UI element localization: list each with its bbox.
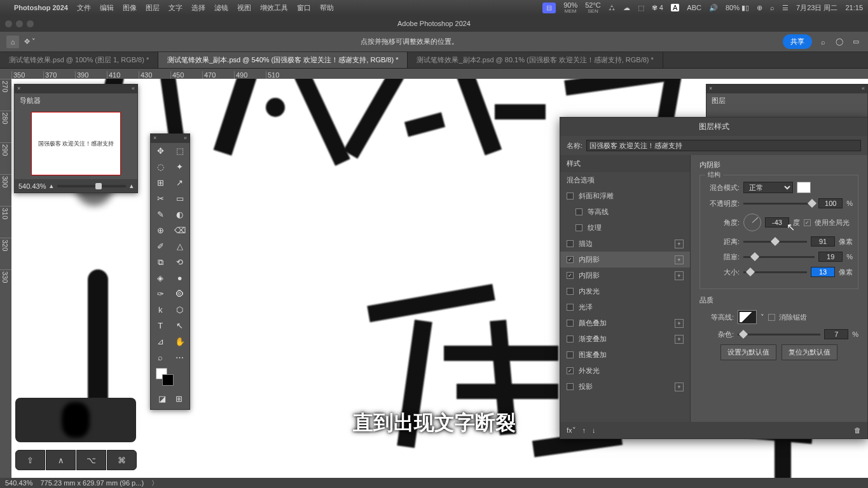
menu-select[interactable]: 选择 bbox=[191, 3, 205, 13]
collapse-icon[interactable]: « bbox=[132, 85, 135, 92]
color-swatch[interactable] bbox=[797, 182, 811, 193]
menu-view[interactable]: 视图 bbox=[237, 3, 251, 13]
up-icon[interactable]: ↑ bbox=[582, 426, 586, 434]
tool-10[interactable]: ⊕ bbox=[151, 222, 170, 238]
quickmask-icon[interactable]: ◪ bbox=[158, 391, 166, 407]
tool-14[interactable]: ⧉ bbox=[151, 254, 170, 270]
effect-checkbox[interactable] bbox=[567, 367, 574, 374]
workspace-icon[interactable]: ▭ bbox=[850, 36, 862, 48]
panel-header[interactable]: ×« bbox=[706, 85, 867, 93]
effect-checkbox[interactable] bbox=[567, 320, 574, 327]
zoom-out-icon[interactable]: ▴ bbox=[50, 182, 53, 190]
zoom-in-icon[interactable]: ▴ bbox=[130, 182, 134, 190]
volume-icon[interactable]: 🔊 bbox=[709, 4, 718, 12]
tab-doc2[interactable]: 测试笔锋效果_副本.psd @ 540% (国强极客 欢迎关注！感谢支持, RG… bbox=[158, 52, 408, 68]
close-icon[interactable]: × bbox=[709, 85, 712, 92]
tool-15[interactable]: ⟲ bbox=[170, 254, 190, 270]
effect-checkbox[interactable] bbox=[567, 383, 574, 390]
tool-11[interactable]: ⌫ bbox=[170, 222, 190, 238]
noise-input[interactable] bbox=[824, 329, 848, 339]
tab-doc3[interactable]: 测试笔锋效果_副本2.psd @ 80.1% (国强极客 欢迎关注！感谢支持, … bbox=[408, 52, 663, 68]
status-zoom[interactable]: 540.43% bbox=[5, 479, 32, 487]
noise-slider[interactable] bbox=[738, 334, 820, 336]
add-effect-icon[interactable]: + bbox=[675, 240, 684, 248]
angle-input[interactable] bbox=[765, 217, 789, 227]
search-icon[interactable]: ⌕ bbox=[770, 4, 775, 11]
distance-slider[interactable] bbox=[743, 241, 807, 243]
tool-9[interactable]: ◐ bbox=[170, 207, 190, 222]
add-effect-icon[interactable]: + bbox=[675, 383, 684, 391]
add-effect-icon[interactable]: + bbox=[675, 319, 684, 328]
effect-row[interactable]: 投影+ bbox=[560, 379, 690, 395]
choke-slider[interactable] bbox=[743, 256, 815, 258]
tool-1[interactable]: ⬚ bbox=[170, 143, 190, 159]
tool-7[interactable]: ▭ bbox=[170, 191, 190, 207]
ruler-vertical[interactable]: 270280290300310320330 bbox=[0, 79, 11, 483]
tool-18[interactable]: ✑ bbox=[151, 286, 170, 302]
effect-checkbox[interactable] bbox=[567, 272, 574, 279]
input-icon[interactable]: A bbox=[671, 4, 679, 11]
close-icon[interactable]: × bbox=[153, 135, 156, 141]
contour-picker[interactable] bbox=[738, 310, 757, 324]
tool-12[interactable]: ✐ bbox=[151, 238, 170, 254]
make-default-button[interactable]: 设置为默认值 bbox=[720, 344, 776, 360]
navigator-panel[interactable]: ×« 导航器 国强极客 欢迎关注！感谢支持 540.43% ▴ ▴ bbox=[14, 84, 138, 193]
tool-0[interactable]: ✥ bbox=[151, 143, 170, 159]
layerstyle-dialog[interactable]: 图层样式 名称: 样式 混合选项 斜面和浮雕等高线纹理描边+内阴影+内阴影+内发… bbox=[560, 117, 868, 439]
tool-13[interactable]: △ bbox=[170, 238, 190, 254]
tool-20[interactable]: k bbox=[151, 302, 170, 318]
menu-plugin[interactable]: 增效工具 bbox=[260, 3, 288, 13]
effect-checkbox[interactable] bbox=[567, 336, 574, 342]
navigator-thumb[interactable]: 国强极客 欢迎关注！感谢支持 bbox=[31, 112, 121, 175]
ruler-horizontal[interactable]: 350370390410430450470490510 bbox=[0, 69, 868, 79]
blend-options[interactable]: 混合选项 bbox=[560, 172, 690, 188]
add-effect-icon[interactable]: + bbox=[675, 271, 684, 280]
effect-checkbox[interactable] bbox=[575, 208, 582, 215]
effect-checkbox[interactable] bbox=[575, 224, 582, 231]
fx-icon[interactable]: fx˅ bbox=[567, 426, 576, 435]
layers-panel[interactable]: ×« 图层 bbox=[706, 84, 868, 120]
effect-checkbox[interactable] bbox=[567, 351, 574, 358]
wechat-icon[interactable]: ✾ 4 bbox=[652, 4, 663, 12]
tool-25[interactable]: ✋ bbox=[170, 334, 190, 349]
menu-text[interactable]: 文字 bbox=[169, 3, 183, 13]
date-label[interactable]: 7月23日 周二 bbox=[796, 3, 837, 13]
choke-input[interactable] bbox=[818, 252, 843, 262]
zoom-slider[interactable] bbox=[57, 185, 126, 187]
panel-header[interactable]: ×« bbox=[15, 85, 137, 93]
navigator-tab[interactable]: 导航器 bbox=[15, 93, 137, 108]
menu-image[interactable]: 图像 bbox=[123, 3, 137, 13]
effect-row[interactable]: 外发光 bbox=[560, 363, 690, 379]
tool-2[interactable]: ◌ bbox=[151, 159, 170, 175]
effect-row[interactable]: 内发光 bbox=[560, 283, 690, 299]
trash-icon[interactable]: 🗑 bbox=[854, 426, 861, 434]
tool-8[interactable]: ✎ bbox=[151, 207, 170, 222]
status-dims[interactable]: 775.23 mm x 629.97 mm (96 p...) bbox=[40, 479, 144, 487]
tool-22[interactable]: T bbox=[151, 318, 170, 334]
opacity-input[interactable] bbox=[818, 198, 843, 208]
effect-checkbox[interactable] bbox=[567, 304, 574, 311]
collapse-icon[interactable]: « bbox=[184, 135, 187, 141]
time-label[interactable]: 21:15 bbox=[845, 4, 863, 11]
app-name[interactable]: Photoshop 2024 bbox=[14, 4, 68, 11]
tool-4[interactable]: ⊞ bbox=[151, 175, 170, 191]
tool-19[interactable]: ⭗ bbox=[170, 286, 190, 302]
menu-edit[interactable]: 编辑 bbox=[100, 3, 114, 13]
effect-row[interactable]: 等高线 bbox=[560, 204, 690, 220]
collapse-icon[interactable]: « bbox=[862, 85, 865, 92]
color-swatches[interactable] bbox=[151, 365, 189, 388]
add-effect-icon[interactable]: + bbox=[675, 255, 684, 264]
effect-row[interactable]: 渐变叠加+ bbox=[560, 331, 690, 347]
effect-row[interactable]: 斜面和浮雕 bbox=[560, 188, 690, 204]
distance-input[interactable] bbox=[811, 236, 835, 247]
tool-17[interactable]: ● bbox=[170, 270, 190, 286]
menu-file[interactable]: 文件 bbox=[77, 3, 91, 13]
effect-row[interactable]: 内阴影+ bbox=[560, 268, 690, 283]
effect-row[interactable]: 图案叠加 bbox=[560, 347, 690, 363]
effect-row[interactable]: 光泽 bbox=[560, 299, 690, 315]
layers-tab[interactable]: 图层 bbox=[706, 93, 867, 108]
home-button[interactable]: ⌂ bbox=[6, 36, 19, 48]
effect-checkbox[interactable] bbox=[567, 288, 574, 295]
tool-6[interactable]: ✂ bbox=[151, 191, 170, 207]
tray-icon[interactable]: ⛼ bbox=[609, 4, 616, 11]
